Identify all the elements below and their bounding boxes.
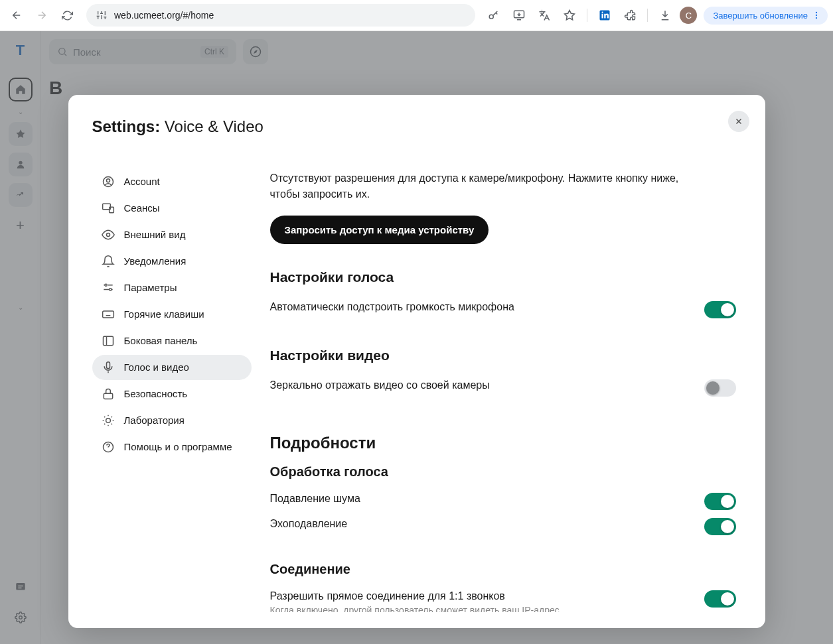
details-section-title: Подробности [270, 434, 736, 452]
permission-text: Отсутствуют разрешения для доступа к кам… [270, 170, 695, 202]
toolbar-icons: C Завершить обновление [483, 5, 828, 26]
voice-section-title: Настройки голоса [270, 269, 736, 285]
user-circle-icon [102, 175, 115, 188]
toggle-mirror-video[interactable] [704, 379, 736, 397]
nav-item-sessions[interactable]: Сеансы [92, 196, 252, 221]
setting-p2p: Разрешить прямое соединение для 1:1 звон… [270, 586, 736, 612]
eye-icon [102, 228, 115, 241]
nav-item-labs[interactable]: Лаборатория [92, 408, 252, 433]
settings-content: Отсутствуют разрешения для доступа к кам… [252, 155, 741, 612]
svg-point-24 [106, 233, 110, 237]
key-icon[interactable] [483, 5, 504, 26]
close-icon [734, 117, 743, 126]
site-settings-icon[interactable] [96, 9, 108, 21]
setting-mirror-video: Зеркально отражать видео со своей камеры [270, 375, 736, 401]
address-url: web.ucmeet.org/#/home [114, 10, 214, 21]
help-icon [102, 440, 115, 454]
connection-section-title: Соединение [270, 562, 736, 577]
downloads-icon[interactable] [654, 5, 676, 26]
nav-item-voice-video[interactable]: Голос и видео [92, 355, 252, 380]
svg-point-21 [106, 179, 110, 182]
lock-icon [102, 387, 115, 401]
svg-point-28 [109, 289, 111, 290]
forward-button[interactable] [31, 4, 53, 27]
nav-item-keyboard[interactable]: Горячие клавиши [92, 302, 252, 327]
svg-point-25 [105, 284, 107, 286]
devices-icon [102, 202, 115, 215]
toggle-p2p[interactable] [704, 590, 736, 608]
address-bar[interactable]: web.ucmeet.org/#/home [86, 4, 475, 27]
profile-avatar[interactable]: C [680, 7, 697, 24]
toolbar-divider-2 [647, 9, 648, 22]
svg-rect-32 [103, 336, 113, 345]
svg-point-9 [490, 15, 494, 19]
svg-point-14 [816, 17, 817, 19]
extensions-icon[interactable] [619, 5, 641, 26]
mic-icon [102, 361, 115, 374]
request-media-button[interactable]: Запросить доступ к медиа устройству [270, 216, 489, 244]
translate-icon[interactable] [534, 5, 555, 26]
keyboard-icon [102, 308, 115, 321]
settings-modal: Settings: Voice & Video Account Сеансы В… [68, 95, 765, 628]
toggle-auto-gain[interactable] [704, 301, 736, 318]
nav-item-about[interactable]: Помощь и о программе [92, 434, 252, 460]
sliders-icon [102, 281, 115, 294]
svg-rect-31 [102, 311, 114, 318]
svg-point-13 [816, 15, 817, 16]
settings-nav: Account Сеансы Внешний вид Уведомления П… [92, 155, 252, 612]
svg-point-12 [816, 12, 817, 13]
update-button[interactable]: Завершить обновление [704, 7, 828, 25]
nav-item-account[interactable]: Account [92, 169, 252, 194]
nav-item-notifications[interactable]: Уведомления [92, 249, 252, 274]
modal-title: Settings: Voice & Video [92, 117, 741, 136]
close-button[interactable] [728, 111, 749, 132]
install-app-icon[interactable] [508, 5, 530, 26]
svg-rect-35 [104, 393, 112, 399]
sidebar-icon [102, 334, 115, 348]
browser-toolbar: web.ucmeet.org/#/home C Завершить обновл… [0, 0, 833, 31]
video-section-title: Настройки видео [270, 348, 736, 363]
nav-item-security[interactable]: Безопасность [92, 381, 252, 407]
svg-rect-34 [106, 362, 110, 369]
voice-processing-title: Обработка голоса [270, 464, 736, 480]
bookmark-icon[interactable] [559, 5, 580, 26]
toolbar-divider [587, 9, 587, 22]
svg-point-20 [103, 177, 113, 187]
nav-item-sidebar[interactable]: Боковая панель [92, 328, 252, 354]
linkedin-icon[interactable] [594, 5, 615, 26]
modal-overlay[interactable]: Settings: Voice & Video Account Сеансы В… [0, 31, 833, 644]
bell-icon [102, 255, 115, 268]
svg-point-36 [106, 419, 110, 423]
reload-button[interactable] [56, 4, 78, 27]
setting-auto-gain: Автоматически подстроить громкость микро… [270, 297, 736, 322]
back-button[interactable] [5, 4, 28, 27]
flask-icon [102, 414, 115, 427]
nav-item-appearance[interactable]: Внешний вид [92, 222, 252, 247]
setting-noise-suppression: Подавление шума [270, 489, 736, 514]
toggle-echo-cancellation[interactable] [704, 518, 736, 535]
toggle-noise-suppression[interactable] [704, 493, 736, 510]
setting-echo-cancellation: Эхоподавление [270, 514, 736, 539]
nav-item-preferences[interactable]: Параметры [92, 275, 252, 300]
